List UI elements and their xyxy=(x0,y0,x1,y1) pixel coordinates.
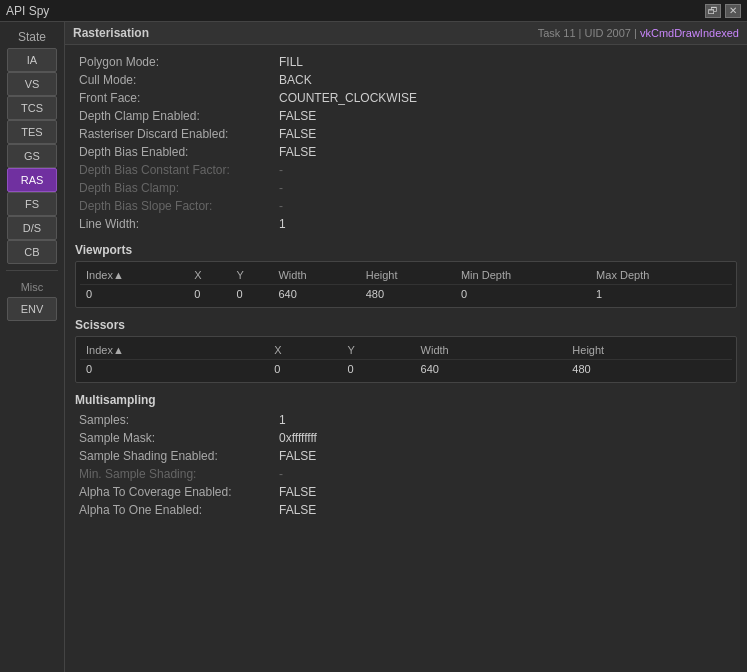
table-row: Polygon Mode: FILL xyxy=(75,53,737,71)
prop-label: Sample Mask: xyxy=(75,429,275,447)
column-header: Width xyxy=(272,266,359,285)
prop-label: Cull Mode: xyxy=(75,71,275,89)
prop-value: - xyxy=(275,465,737,483)
table-row: Depth Bias Enabled: FALSE xyxy=(75,143,737,161)
close-button[interactable]: ✕ xyxy=(725,4,741,18)
table-row: Line Width: 1 xyxy=(75,215,737,233)
table-row: Alpha To One Enabled: FALSE xyxy=(75,501,737,519)
state-label: State xyxy=(0,26,64,46)
sidebar-btn-vs[interactable]: VS xyxy=(7,72,57,96)
env-button[interactable]: ENV xyxy=(7,297,57,321)
prop-value: FALSE xyxy=(275,483,737,501)
sidebar-divider xyxy=(6,270,57,271)
main-layout: State IAVSTCSTESGSRASFSD/SCB Misc ENV Ra… xyxy=(0,22,747,672)
table-row: 00064048001 xyxy=(80,285,732,304)
sidebar-btn-gs[interactable]: GS xyxy=(7,144,57,168)
prop-label: Alpha To One Enabled: xyxy=(75,501,275,519)
column-header: Width xyxy=(415,341,567,360)
table-cell: 0 xyxy=(80,360,268,379)
table-cell: 0 xyxy=(455,285,590,304)
sidebar-btn-fs[interactable]: FS xyxy=(7,192,57,216)
prop-value: 0xffffffff xyxy=(275,429,737,447)
viewports-table: Index▲XYWidthHeightMin DepthMax Depth000… xyxy=(80,266,732,303)
table-row: Sample Mask: 0xffffffff xyxy=(75,429,737,447)
prop-label: Line Width: xyxy=(75,215,275,233)
prop-value: FALSE xyxy=(275,107,737,125)
sidebar-btn-cb[interactable]: CB xyxy=(7,240,57,264)
column-header: Max Depth xyxy=(590,266,732,285)
content-header: Rasterisation Task 11 | UID 2007 | vkCmd… xyxy=(65,22,747,45)
column-header: Height xyxy=(360,266,455,285)
column-header: Height xyxy=(566,341,732,360)
restore-button[interactable]: 🗗 xyxy=(705,4,721,18)
table-row: Depth Bias Clamp: - xyxy=(75,179,737,197)
table-row: Front Face: COUNTER_CLOCKWISE xyxy=(75,89,737,107)
table-cell: 0 xyxy=(230,285,272,304)
prop-label: Min. Sample Shading: xyxy=(75,465,275,483)
prop-label: Samples: xyxy=(75,411,275,429)
task-info: Task 11 | UID 2007 | vkCmdDrawIndexed xyxy=(538,27,739,39)
content-scroll[interactable]: Polygon Mode: FILL Cull Mode: BACK Front… xyxy=(65,45,747,672)
prop-value: FALSE xyxy=(275,125,737,143)
table-row: Depth Bias Constant Factor: - xyxy=(75,161,737,179)
prop-value: BACK xyxy=(275,71,737,89)
table-row: Sample Shading Enabled: FALSE xyxy=(75,447,737,465)
prop-label: Front Face: xyxy=(75,89,275,107)
column-header: Index▲ xyxy=(80,341,268,360)
prop-value: FALSE xyxy=(275,143,737,161)
scissors-title: Scissors xyxy=(75,318,737,332)
table-row: Cull Mode: BACK xyxy=(75,71,737,89)
task-info-text: Task 11 | UID 2007 | xyxy=(538,27,640,39)
prop-value: 1 xyxy=(275,215,737,233)
prop-label: Sample Shading Enabled: xyxy=(75,447,275,465)
prop-label: Rasteriser Discard Enabled: xyxy=(75,125,275,143)
sidebar-btn-ds[interactable]: D/S xyxy=(7,216,57,240)
prop-label: Depth Clamp Enabled: xyxy=(75,107,275,125)
table-cell: 480 xyxy=(360,285,455,304)
prop-label: Depth Bias Enabled: xyxy=(75,143,275,161)
column-header: X xyxy=(268,341,341,360)
column-header: Y xyxy=(341,341,414,360)
table-cell: 1 xyxy=(590,285,732,304)
sidebar-btn-ia[interactable]: IA xyxy=(7,48,57,72)
viewports-grid: Index▲XYWidthHeightMin DepthMax Depth000… xyxy=(75,261,737,308)
prop-label: Alpha To Coverage Enabled: xyxy=(75,483,275,501)
table-row: Rasteriser Discard Enabled: FALSE xyxy=(75,125,737,143)
prop-value: FILL xyxy=(275,53,737,71)
multisampling-title: Multisampling xyxy=(75,393,737,407)
prop-value: FALSE xyxy=(275,501,737,519)
table-row: Alpha To Coverage Enabled: FALSE xyxy=(75,483,737,501)
app-title: API Spy xyxy=(6,4,49,18)
prop-label: Polygon Mode: xyxy=(75,53,275,71)
prop-value: - xyxy=(275,179,737,197)
column-header: Y xyxy=(230,266,272,285)
prop-label: Depth Bias Constant Factor: xyxy=(75,161,275,179)
misc-label: Misc xyxy=(21,277,44,295)
table-row: Min. Sample Shading: - xyxy=(75,465,737,483)
table-cell: 0 xyxy=(341,360,414,379)
column-header: X xyxy=(188,266,230,285)
sidebar-btn-ras[interactable]: RAS xyxy=(7,168,57,192)
properties-table: Polygon Mode: FILL Cull Mode: BACK Front… xyxy=(75,53,737,233)
prop-label: Depth Bias Slope Factor: xyxy=(75,197,275,215)
prop-value: 1 xyxy=(275,411,737,429)
table-cell: 0 xyxy=(80,285,188,304)
sidebar-btn-tcs[interactable]: TCS xyxy=(7,96,57,120)
scissors-table: Index▲XYWidthHeight000640480 xyxy=(80,341,732,378)
prop-value: FALSE xyxy=(275,447,737,465)
column-header: Index▲ xyxy=(80,266,188,285)
sidebar-btn-tes[interactable]: TES xyxy=(7,120,57,144)
table-row: Depth Clamp Enabled: FALSE xyxy=(75,107,737,125)
title-bar: API Spy 🗗 ✕ xyxy=(0,0,747,22)
prop-value: - xyxy=(275,161,737,179)
column-header: Min Depth xyxy=(455,266,590,285)
prop-label: Depth Bias Clamp: xyxy=(75,179,275,197)
table-row: Samples: 1 xyxy=(75,411,737,429)
draw-command-link[interactable]: vkCmdDrawIndexed xyxy=(640,27,739,39)
table-cell: 0 xyxy=(268,360,341,379)
content-area: Rasterisation Task 11 | UID 2007 | vkCmd… xyxy=(65,22,747,672)
table-row: 000640480 xyxy=(80,360,732,379)
table-cell: 480 xyxy=(566,360,732,379)
sidebar-buttons: IAVSTCSTESGSRASFSD/SCB xyxy=(7,48,57,264)
prop-value: - xyxy=(275,197,737,215)
